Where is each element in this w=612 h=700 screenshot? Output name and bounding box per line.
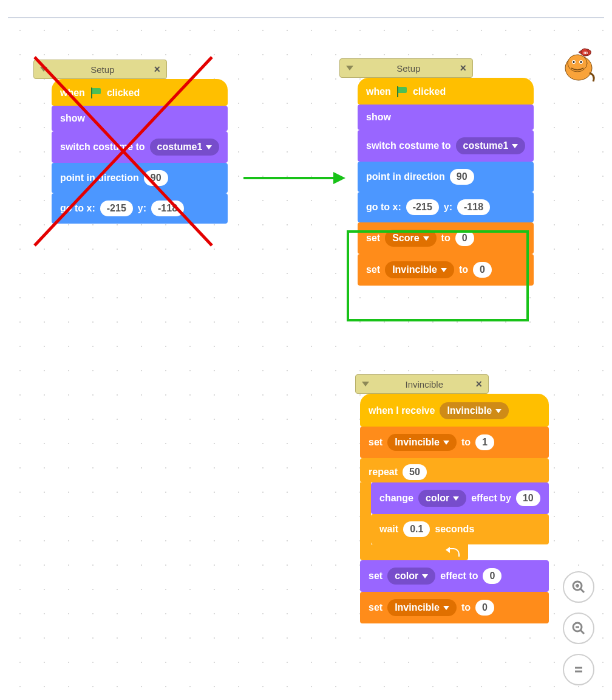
when-flag-clicked-block[interactable]: when clicked [52, 79, 228, 106]
label: set [369, 437, 382, 448]
svg-marker-3 [333, 172, 345, 184]
wait-block[interactable]: wait 0.1 seconds [371, 514, 549, 544]
label: change [379, 493, 413, 504]
costume-dropdown[interactable]: costume1 [150, 139, 220, 156]
equals-icon [571, 662, 586, 677]
zoom-reset-button[interactable] [563, 654, 594, 685]
svg-line-13 [580, 589, 584, 592]
chevron-down-icon [422, 574, 428, 578]
change-color-effect-block[interactable]: change color effect by 10 [371, 482, 549, 514]
loop-arrow-icon [449, 548, 460, 557]
repeat-block[interactable]: repeat 50 change color effect by 10 [360, 458, 549, 560]
comment-invincible[interactable]: Invincible × [355, 374, 489, 394]
svg-line-17 [580, 630, 584, 634]
comment-title: Setup [51, 64, 154, 75]
point-in-direction-block[interactable]: point in direction 90 [358, 162, 534, 192]
comment-title: Invincible [373, 379, 475, 389]
variable-dropdown[interactable]: Invincible [387, 434, 457, 451]
message-dropdown[interactable]: Invincible [440, 402, 509, 419]
chevron-down-icon [495, 409, 501, 413]
direction-input[interactable]: 90 [450, 169, 474, 185]
label: y: [138, 203, 146, 214]
label: seconds [435, 524, 474, 535]
arrow-right-icon [243, 170, 347, 186]
point-in-direction-block[interactable]: point in direction 90 [52, 163, 228, 193]
dropdown-label: costume1 [157, 142, 203, 153]
when-flag-clicked-block[interactable]: when clicked [358, 78, 534, 105]
goto-xy-block[interactable]: go to x: -215 y: -118 [52, 193, 228, 224]
chevron-down-icon [443, 606, 449, 610]
y-input[interactable]: -118 [151, 201, 184, 216]
y-input[interactable]: -118 [457, 199, 490, 215]
zoom-in-icon [571, 580, 586, 594]
scratch-script-canvas[interactable]: Setup × when clicked show switch costume… [8, 17, 604, 698]
dropdown-label: Invincible [395, 437, 440, 448]
label: point in direction [60, 173, 139, 184]
chevron-down-icon [443, 441, 449, 445]
close-icon[interactable]: × [460, 63, 466, 74]
label: y: [444, 202, 452, 213]
sprite-thumbnail[interactable]: m [560, 43, 599, 85]
value-input[interactable]: 10 [516, 490, 540, 506]
label: when [60, 88, 85, 98]
zoom-in-button[interactable] [563, 571, 594, 603]
svg-point-7 [573, 61, 575, 63]
comment-setup-right[interactable]: Setup × [339, 58, 473, 78]
label: go to x: [366, 202, 401, 213]
set-invincible-0-block[interactable]: set Invincible to 0 [360, 592, 549, 623]
switch-costume-block[interactable]: switch costume to costume1 [52, 131, 228, 163]
show-block[interactable]: show [358, 105, 534, 130]
close-icon[interactable]: × [475, 379, 482, 389]
comment-setup-left[interactable]: Setup × [33, 60, 167, 79]
dropdown-label: color [426, 493, 449, 504]
label: point in direction [366, 171, 445, 182]
chevron-down-icon [512, 144, 518, 148]
label: go to x: [60, 203, 95, 214]
svg-point-5 [568, 55, 587, 72]
dropdown-label: color [395, 571, 418, 582]
set-invincible-1-block[interactable]: set Invincible to 1 [360, 427, 549, 458]
dropdown-label: Invincible [395, 602, 440, 613]
show-block[interactable]: show [52, 106, 228, 131]
green-flag-icon [90, 88, 102, 98]
value-input[interactable]: 0 [483, 568, 501, 584]
label: to [461, 602, 471, 613]
direction-input[interactable]: 90 [144, 170, 168, 186]
label: clicked [107, 88, 140, 98]
script-invincible[interactable]: when I receive Invincible set Invincible… [360, 394, 549, 623]
effect-dropdown[interactable]: color [418, 490, 466, 507]
switch-costume-block[interactable]: switch costume to costume1 [358, 130, 534, 162]
label: effect to [440, 571, 478, 582]
repeat-input[interactable]: 50 [403, 464, 427, 480]
comment-title: Setup [357, 63, 460, 74]
chevron-down-icon [40, 67, 47, 72]
label: to [461, 437, 471, 448]
label: when I receive [369, 405, 435, 416]
close-icon[interactable]: × [154, 64, 160, 75]
label: wait [379, 524, 398, 535]
svg-point-9 [580, 61, 582, 63]
x-input[interactable]: -215 [406, 199, 439, 215]
label: show [60, 113, 85, 124]
zoom-out-button[interactable] [563, 612, 594, 644]
goto-xy-block[interactable]: go to x: -215 y: -118 [358, 192, 534, 222]
label: show [366, 112, 391, 123]
label: set [369, 571, 382, 582]
value-input[interactable]: 1 [475, 434, 494, 450]
script-setup-left[interactable]: when clicked show switch costume to cost… [52, 79, 228, 224]
chevron-down-icon [362, 382, 369, 386]
value-input[interactable]: 0 [475, 600, 494, 616]
set-color-effect-block[interactable]: set color effect to 0 [360, 560, 549, 592]
x-input[interactable]: -215 [100, 201, 133, 216]
variable-dropdown[interactable]: Invincible [387, 599, 457, 616]
label: switch costume to [60, 142, 145, 153]
label: clicked [413, 86, 446, 97]
label: repeat [369, 467, 398, 478]
highlight-box [347, 230, 529, 321]
label: when [366, 86, 391, 97]
effect-dropdown[interactable]: color [387, 568, 435, 585]
wait-input[interactable]: 0.1 [403, 521, 430, 537]
costume-dropdown[interactable]: costume1 [456, 137, 526, 154]
label: set [369, 602, 382, 613]
when-i-receive-block[interactable]: when I receive Invincible [360, 394, 549, 427]
